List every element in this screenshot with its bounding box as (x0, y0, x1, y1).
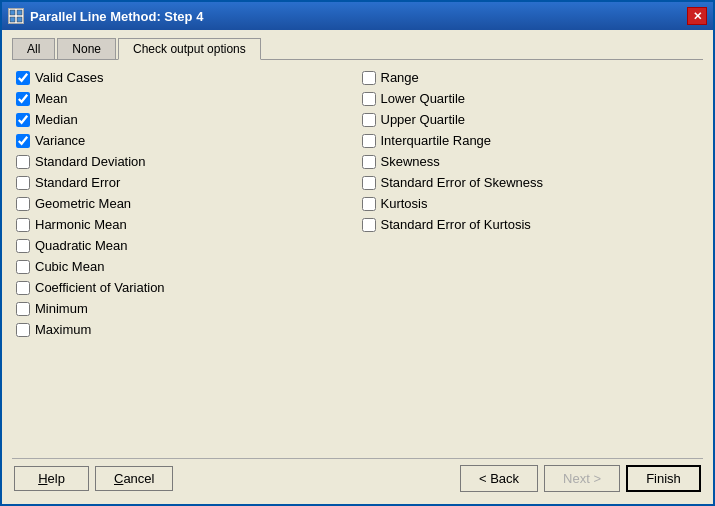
titlebar-left: Parallel Line Method: Step 4 (8, 8, 203, 24)
tab-all[interactable]: All (12, 38, 55, 59)
checkbox-upper-q[interactable]: Upper Quartile (358, 110, 704, 129)
checkbox-variance[interactable]: Variance (12, 131, 358, 150)
checkbox-quadratic-mean[interactable]: Quadratic Mean (12, 236, 358, 255)
checkbox-mean[interactable]: Mean (12, 89, 358, 108)
checkbox-geo-mean[interactable]: Geometric Mean (12, 194, 358, 213)
finish-button[interactable]: Finish (626, 465, 701, 492)
svg-rect-0 (10, 10, 15, 15)
checkbox-skewness[interactable]: Skewness (358, 152, 704, 171)
checkbox-harmonic-mean[interactable]: Harmonic Mean (12, 215, 358, 234)
svg-rect-2 (10, 17, 15, 22)
checkbox-maximum[interactable]: Maximum (12, 320, 358, 339)
checkbox-kurtosis[interactable]: Kurtosis (358, 194, 704, 213)
checkbox-iqr[interactable]: Interquartile Range (358, 131, 704, 150)
help-button[interactable]: Help (14, 466, 89, 491)
checkbox-range[interactable]: Range (358, 68, 704, 87)
checkboxes-area: Valid Cases Mean Median Variance Standar… (12, 68, 703, 450)
checkbox-cubic-mean[interactable]: Cubic Mean (12, 257, 358, 276)
checkbox-median[interactable]: Median (12, 110, 358, 129)
svg-rect-3 (17, 17, 22, 22)
titlebar: Parallel Line Method: Step 4 ✕ (2, 2, 713, 30)
svg-rect-1 (17, 10, 22, 15)
tab-check-output[interactable]: Check output options (118, 38, 261, 60)
close-button[interactable]: ✕ (687, 7, 707, 25)
tab-none[interactable]: None (57, 38, 116, 59)
tabs-row: All None Check output options (12, 38, 703, 60)
left-column: Valid Cases Mean Median Variance Standar… (12, 68, 358, 450)
right-column: Range Lower Quartile Upper Quartile Inte… (358, 68, 704, 450)
app-icon (8, 8, 24, 24)
checkbox-lower-q[interactable]: Lower Quartile (358, 89, 704, 108)
checkbox-std-dev[interactable]: Standard Deviation (12, 152, 358, 171)
back-button[interactable]: < Back (460, 465, 538, 492)
content-area: All None Check output options Valid Case… (2, 30, 713, 504)
checkbox-std-err-skewness[interactable]: Standard Error of Skewness (358, 173, 704, 192)
window-title: Parallel Line Method: Step 4 (30, 9, 203, 24)
buttons-row: Help Cancel < Back Next > Finish (12, 458, 703, 496)
main-window: Parallel Line Method: Step 4 ✕ All None … (0, 0, 715, 506)
checkbox-minimum[interactable]: Minimum (12, 299, 358, 318)
checkbox-std-err-kurtosis[interactable]: Standard Error of Kurtosis (358, 215, 704, 234)
checkbox-std-error[interactable]: Standard Error (12, 173, 358, 192)
checkbox-valid-cases[interactable]: Valid Cases (12, 68, 358, 87)
btn-group-left: Help Cancel (14, 466, 173, 491)
next-button[interactable]: Next > (544, 465, 620, 492)
checkbox-coeff-var[interactable]: Coefficient of Variation (12, 278, 358, 297)
cancel-button[interactable]: Cancel (95, 466, 173, 491)
btn-group-right: < Back Next > Finish (460, 465, 701, 492)
